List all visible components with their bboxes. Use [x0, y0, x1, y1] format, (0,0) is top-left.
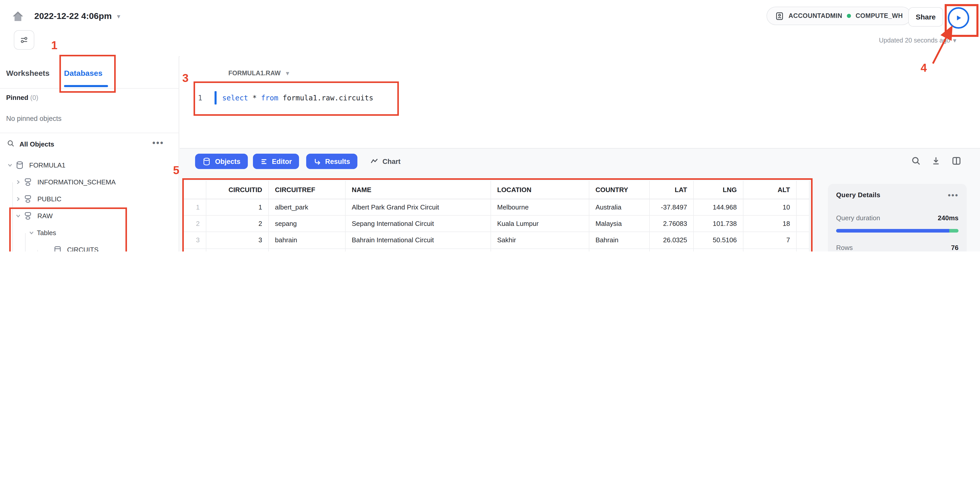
tree-item-label: CIRCUITS	[67, 246, 99, 252]
updated-status[interactable]: Updated 20 seconds ago ▼	[799, 37, 958, 44]
snowflake-worksheet-app: 2022-12-22 4:06pm ▼ ACCOUNTADMIN COMPUTE…	[0, 0, 980, 252]
line-number: 1	[195, 94, 202, 102]
column-header-empty	[797, 181, 810, 199]
column-header-location[interactable]: LOCATION	[491, 181, 589, 199]
table-cell: 2.26111	[694, 249, 743, 252]
search-label: All Objects	[19, 140, 54, 148]
share-button[interactable]: Share	[908, 7, 943, 27]
row-number: 4	[182, 249, 206, 252]
sliders-icon	[19, 35, 29, 45]
table-row[interactable]: 11albert_parkAlbert Park Grand Prix Circ…	[182, 199, 810, 216]
database-icon	[202, 157, 211, 166]
table-icon	[53, 245, 64, 252]
table-cell: 50.5106	[694, 232, 743, 249]
more-options-icon[interactable]: ●●●	[948, 192, 958, 198]
tree-item-label: RAW	[37, 212, 53, 220]
worksheet-title[interactable]: 2022-12-22 4:06pm ▼	[34, 11, 121, 22]
tab-databases[interactable]: Databases	[64, 68, 102, 77]
sidebar-item-public[interactable]: PUBLIC	[0, 191, 179, 207]
return-arrow-icon	[313, 158, 321, 165]
table-cell: -37.8497	[650, 199, 694, 216]
worksheet-settings-button[interactable]	[14, 30, 34, 50]
column-header-circuitid[interactable]: CIRCUITID	[206, 181, 269, 199]
badge-icon	[775, 11, 784, 20]
chevron-right-icon[interactable]	[15, 179, 24, 185]
column-header-alt[interactable]: ALT	[743, 181, 797, 199]
column-header-country[interactable]: COUNTRY	[589, 181, 650, 199]
context-selector[interactable]: ACCOUNTADMIN COMPUTE_WH	[767, 7, 912, 25]
column-header-name[interactable]: NAME	[345, 181, 491, 199]
table-cell	[797, 232, 810, 249]
home-icon[interactable]	[10, 9, 25, 25]
table-row[interactable]: 33bahrainBahrain International CircuitSa…	[182, 232, 810, 249]
column-header-circuitref[interactable]: CIRCUITREF	[269, 181, 345, 199]
database-tree: FORMULA1INFORMATION_SCHEMAPUBLICRAWTable…	[0, 157, 179, 252]
sql-token-keyword: from	[261, 94, 278, 102]
table-cell: Kuala Lumpur	[491, 216, 589, 232]
tab-worksheets[interactable]: Worksheets	[6, 68, 50, 77]
more-options-icon[interactable]: ●●●	[152, 139, 164, 145]
table-cell: Melbourne	[491, 199, 589, 216]
table-cell: Sakhir	[491, 232, 589, 249]
object-search-row[interactable]: All Objects ●●●	[0, 138, 179, 153]
search-results-icon[interactable]	[911, 156, 921, 166]
tab-label: Editor	[272, 158, 292, 165]
table-cell: Australia	[589, 199, 650, 216]
sql-editor: FORMULA1.RAW ▼ 1 select * from formula1.…	[180, 56, 980, 148]
divider	[0, 133, 179, 133]
top-bar: 2022-12-22 4:06pm ▼ ACCOUNTADMIN COMPUTE…	[0, 0, 980, 57]
tab-objects[interactable]: Objects	[195, 154, 248, 169]
chevron-down-icon[interactable]	[7, 162, 15, 168]
tree-item-label: PUBLIC	[37, 195, 62, 203]
sql-line[interactable]: 1 select * from formula1.raw.circuits	[195, 91, 373, 105]
row-number: 2	[182, 216, 206, 232]
sidebar-item-information_schema[interactable]: INFORMATION_SCHEMA	[0, 174, 179, 191]
tab-editor[interactable]: Editor	[253, 154, 299, 169]
row-number: 3	[182, 232, 206, 249]
sidebar-item-raw[interactable]: RAW	[0, 207, 179, 224]
download-icon[interactable]	[931, 156, 941, 166]
divider	[0, 88, 179, 89]
chart-line-icon	[370, 157, 379, 166]
pinned-empty-text: No pinned objects	[6, 115, 62, 123]
table-cell: Albert Park Grand Prix Circuit	[345, 199, 491, 216]
chevron-down-icon[interactable]	[15, 213, 24, 219]
chevron-down-icon[interactable]	[29, 230, 37, 236]
sidebar-item-formula1[interactable]: FORMULA1	[0, 157, 179, 174]
table-cell	[797, 249, 810, 252]
tab-results[interactable]: Results	[306, 154, 357, 169]
table-cell: 1	[206, 199, 269, 216]
sidebar-item-circuits[interactable]: CIRCUITS	[0, 241, 179, 252]
tab-chart[interactable]: Chart	[370, 154, 401, 169]
chevron-right-icon[interactable]	[15, 196, 24, 202]
column-header-lat[interactable]: LAT	[650, 181, 694, 199]
split-panel-icon[interactable]	[951, 156, 962, 166]
rows-value: 76	[951, 244, 958, 252]
table-cell: 2.76083	[650, 216, 694, 232]
active-tab-underline	[64, 85, 108, 87]
table-row[interactable]: 22sepangSepang International CircuitKual…	[182, 216, 810, 232]
pinned-section-label: Pinned (0)	[6, 94, 38, 102]
chevron-down-icon: ▼	[116, 13, 121, 19]
table-row[interactable]: 44catalunyaCircuit de Barcelona-Cataluny…	[182, 249, 810, 252]
query-duration-label: Query duration	[836, 214, 880, 222]
table-cell: albert_park	[269, 199, 345, 216]
table-cell: Bahrain International Circuit	[345, 232, 491, 249]
run-query-button[interactable]	[948, 7, 969, 29]
sql-text: select * from formula1.raw.circuits	[222, 94, 373, 102]
schema-icon	[24, 195, 34, 203]
table-cell: Circuit de Barcelona-Catalunya	[345, 249, 491, 252]
editor-context-tab[interactable]: FORMULA1.RAW ▼	[228, 70, 290, 77]
table-cell	[797, 216, 810, 232]
play-icon	[955, 14, 963, 22]
warehouse-label: COMPUTE_WH	[856, 12, 903, 19]
column-header-lng[interactable]: LNG	[694, 181, 743, 199]
table-cell: sepang	[269, 216, 345, 232]
worksheet-title-text: 2022-12-22 4:06pm	[34, 11, 111, 22]
table-cell: Spain	[589, 249, 650, 252]
search-icon	[6, 139, 15, 148]
tab-label: Chart	[382, 158, 401, 165]
tab-label: Results	[325, 158, 350, 165]
sql-token-plain: *	[248, 94, 261, 102]
sidebar-item-tables[interactable]: Tables	[0, 224, 179, 241]
